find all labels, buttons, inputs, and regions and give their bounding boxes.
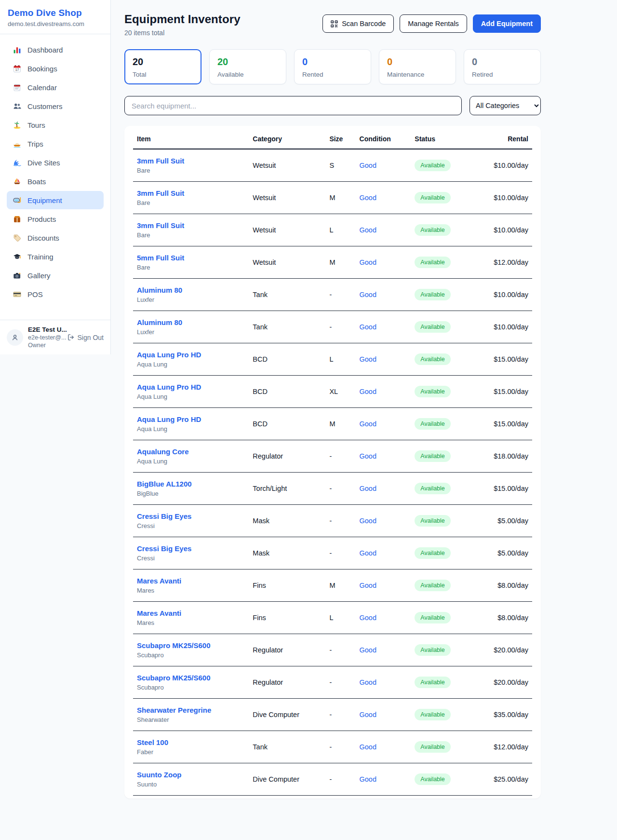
item-link[interactable]: Scubapro MK25/S600 — [137, 674, 245, 682]
table-row[interactable]: Shearwater Peregrine Shearwater Dive Com… — [133, 699, 532, 731]
stat-card-available[interactable]: 20 Available — [209, 49, 286, 84]
table-row[interactable]: BigBlue AL1200 BigBlue Torch/Light - Goo… — [133, 473, 532, 505]
item-link[interactable]: Aqua Lung Pro HD — [137, 351, 245, 359]
item-size: - — [325, 311, 355, 343]
scan-barcode-button[interactable]: Scan Barcode — [322, 14, 394, 33]
search-input[interactable] — [124, 96, 462, 115]
item-link[interactable]: Scubapro MK25/S600 — [137, 641, 245, 650]
item-category: Wetsuit — [249, 246, 325, 279]
item-link[interactable]: 5mm Full Suit — [137, 254, 245, 262]
table-row[interactable]: Aluminum 80 Luxfer Tank - Good Available… — [133, 311, 532, 343]
item-category: BCD — [249, 408, 325, 440]
table-row[interactable]: Mares Avanti Mares Fins M Good Available… — [133, 569, 532, 602]
stat-card-maintenance[interactable]: 0 Maintenance — [379, 49, 456, 84]
condition-link[interactable]: Good — [360, 226, 376, 234]
item-link[interactable]: 3mm Full Suit — [137, 221, 245, 230]
condition-link[interactable]: Good — [360, 162, 376, 169]
table-row[interactable]: Aqua Lung Pro HD Aqua Lung BCD M Good Av… — [133, 408, 532, 440]
item-link[interactable]: BigBlue AL1200 — [137, 480, 245, 488]
sign-out-button[interactable]: Sign Out — [67, 334, 104, 341]
sidebar-item-gallery[interactable]: Gallery — [7, 266, 104, 285]
item-link[interactable]: Cressi Big Eyes — [137, 512, 245, 520]
item-link[interactable]: Aluminum 80 — [137, 318, 245, 326]
table-row[interactable]: Aqua Lung Pro HD Aqua Lung BCD L Good Av… — [133, 343, 532, 376]
table-row[interactable]: Steel 100 Faber Tank - Good Available $1… — [133, 731, 532, 763]
add-equipment-button[interactable]: Add Equipment — [473, 14, 541, 33]
item-link[interactable]: Mares Avanti — [137, 609, 245, 617]
sidebar-item-pos[interactable]: POS — [7, 285, 104, 303]
sidebar-item-customers[interactable]: Customers — [7, 97, 104, 115]
stat-card-total[interactable]: 20 Total — [124, 49, 201, 84]
condition-link[interactable]: Good — [360, 549, 376, 557]
table-row[interactable]: Aqualung Core Aqua Lung Regulator - Good… — [133, 440, 532, 473]
condition-link[interactable]: Good — [360, 485, 376, 492]
sidebar-item-tours[interactable]: Tours — [7, 116, 104, 134]
item-size: M — [325, 246, 355, 279]
status-badge: Available — [415, 515, 451, 527]
item-link[interactable]: Aluminum 80 — [137, 286, 245, 294]
item-link[interactable]: Steel 100 — [137, 738, 245, 746]
item-link[interactable]: Cressi Big Eyes — [137, 544, 245, 553]
item-link[interactable]: 3mm Full Suit — [137, 157, 245, 165]
table-row[interactable]: Mares Avanti Mares Fins L Good Available… — [133, 602, 532, 634]
condition-link[interactable]: Good — [360, 775, 376, 783]
condition-link[interactable]: Good — [360, 646, 376, 654]
condition-link[interactable]: Good — [360, 420, 376, 428]
item-link[interactable]: 3mm Full Suit — [137, 189, 245, 197]
stat-card-retired[interactable]: 0 Retired — [464, 49, 541, 84]
sidebar-item-label: Dashboard — [27, 46, 63, 54]
sidebar-item-equipment[interactable]: Equipment — [7, 191, 104, 209]
condition-link[interactable]: Good — [360, 614, 376, 622]
item-link[interactable]: Suunto Zoop — [137, 771, 245, 779]
sidebar-item-bookings[interactable]: 17 Bookings — [7, 59, 104, 78]
stat-card-rented[interactable]: 0 Rented — [294, 49, 371, 84]
condition-link[interactable]: Good — [360, 355, 376, 363]
table-row[interactable]: Aluminum 80 Luxfer Tank - Good Available… — [133, 279, 532, 311]
table-row[interactable]: Cressi Big Eyes Cressi Mask - Good Avail… — [133, 505, 532, 537]
condition-link[interactable]: Good — [360, 388, 376, 395]
condition-link[interactable]: Good — [360, 582, 376, 589]
item-category: BCD — [249, 376, 325, 408]
sidebar-item-training[interactable]: Training — [7, 247, 104, 266]
table-row[interactable]: 3mm Full Suit Bare Wetsuit M Good Availa… — [133, 182, 532, 214]
table-row[interactable]: 3mm Full Suit Bare Wetsuit L Good Availa… — [133, 214, 532, 246]
table-row[interactable]: Aqua Lung Pro HD Aqua Lung BCD XL Good A… — [133, 376, 532, 408]
item-link[interactable]: Mares Avanti — [137, 577, 245, 585]
item-brand: Bare — [137, 264, 245, 271]
item-link[interactable]: Shearwater Peregrine — [137, 706, 245, 714]
brand-name[interactable]: Demo Dive Shop — [8, 8, 103, 18]
sidebar-item-dashboard[interactable]: Dashboard — [7, 41, 104, 59]
item-link[interactable]: Aqua Lung Pro HD — [137, 383, 245, 391]
sidebar-item-trips[interactable]: Trips — [7, 135, 104, 153]
status-badge: Available — [415, 709, 451, 720]
condition-link[interactable]: Good — [360, 291, 376, 298]
condition-link[interactable]: Good — [360, 323, 376, 331]
condition-link[interactable]: Good — [360, 194, 376, 202]
table-row[interactable]: Suunto Zoop Suunto Dive Computer - Good … — [133, 763, 532, 796]
condition-link[interactable]: Good — [360, 452, 376, 460]
table-row[interactable]: 5mm Full Suit Bare Wetsuit M Good Availa… — [133, 246, 532, 279]
condition-link[interactable]: Good — [360, 678, 376, 686]
table-row[interactable]: Scubapro MK25/S600 Scubapro Regulator - … — [133, 666, 532, 699]
condition-link[interactable]: Good — [360, 711, 376, 718]
column-header-condition: Condition — [356, 127, 411, 149]
rental-value: $20.00/day — [472, 634, 532, 666]
condition-link[interactable]: Good — [360, 517, 376, 525]
table-row[interactable]: 3mm Full Suit Bare Wetsuit S Good Availa… — [133, 149, 532, 182]
sidebar-item-boats[interactable]: Boats — [7, 172, 104, 190]
sidebar-item-dive-sites[interactable]: Dive Sites — [7, 153, 104, 172]
table-row[interactable]: Cressi Big Eyes Cressi Mask - Good Avail… — [133, 537, 532, 569]
table-row[interactable]: Scubapro MK25/S600 Scubapro Regulator - … — [133, 634, 532, 666]
category-select[interactable]: All Categories — [469, 96, 541, 115]
item-brand: Bare — [137, 199, 245, 206]
condition-link[interactable]: Good — [360, 743, 376, 751]
item-link[interactable]: Aqua Lung Pro HD — [137, 415, 245, 423]
manage-rentals-button[interactable]: Manage Rentals — [400, 14, 467, 33]
item-size: M — [325, 408, 355, 440]
sidebar-item-calendar[interactable]: Calendar — [7, 78, 104, 96]
sidebar-item-products[interactable]: Products — [7, 210, 104, 228]
item-link[interactable]: Aqualung Core — [137, 447, 245, 456]
condition-link[interactable]: Good — [360, 258, 376, 266]
sidebar-item-discounts[interactable]: Discounts — [7, 229, 104, 247]
item-brand: Bare — [137, 231, 245, 239]
